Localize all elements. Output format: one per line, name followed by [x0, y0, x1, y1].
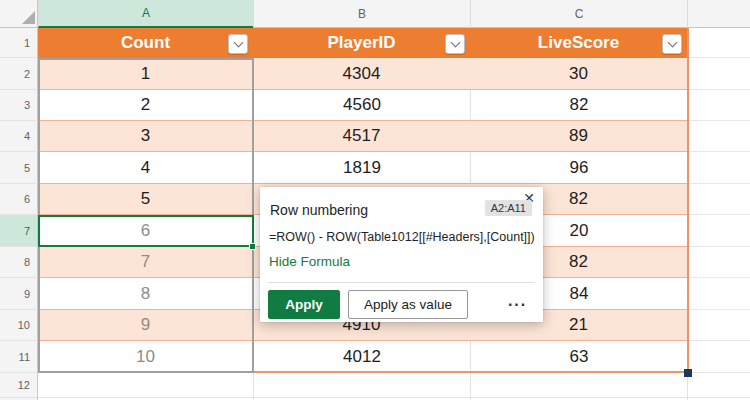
chevron-down-icon	[667, 38, 677, 48]
filter-button-livescore[interactable]	[662, 34, 682, 54]
cell-A6[interactable]: 5	[38, 184, 253, 215]
cell-D8[interactable]	[687, 247, 750, 278]
cell-A2[interactable]: 1	[38, 58, 253, 90]
popup-title: Row numbering	[270, 202, 368, 218]
row-header-10[interactable]: 10	[0, 310, 38, 341]
row-header-5[interactable]: 5	[0, 152, 38, 184]
column-header-b[interactable]: B	[253, 0, 470, 28]
spreadsheet-canvas: A B C 1 2 3 4 5 6 7 8 9 10 11 12 13 Coun…	[0, 0, 750, 400]
cell-D5[interactable]	[687, 152, 750, 184]
formula-text: =ROW() - ROW(Table1012[[#Headers],[Count…	[269, 230, 535, 244]
cell-D10[interactable]	[687, 310, 750, 341]
cell-B2[interactable]: 4304	[253, 58, 470, 90]
row-numbering-popup: ✕ Row numbering A2:A11 =ROW() - ROW(Tabl…	[260, 187, 543, 322]
table-header-livescore-label: LiveScore	[538, 33, 619, 53]
gridline	[687, 373, 688, 400]
cell-C5[interactable]: 96	[470, 152, 687, 184]
cell-A5[interactable]: 4	[38, 152, 253, 184]
table-header-count-label: Count	[121, 33, 170, 53]
gridline	[38, 397, 750, 398]
cell-C2[interactable]: 30	[470, 58, 687, 90]
hide-formula-link[interactable]: Hide Formula	[269, 254, 350, 269]
row-header-3[interactable]: 3	[0, 90, 38, 121]
row-header-1[interactable]: 1	[0, 28, 38, 58]
select-all-triangle-icon	[22, 11, 35, 24]
apply-as-value-button[interactable]: Apply as value	[348, 290, 468, 319]
select-all-corner[interactable]	[0, 0, 38, 28]
cell-C3[interactable]: 82	[470, 90, 687, 121]
table-header-playerid-label: PlayerID	[327, 33, 395, 53]
cell-B5[interactable]: 1819	[253, 152, 470, 184]
table-header-livescore[interactable]: LiveScore	[470, 28, 687, 58]
table-header-playerid[interactable]: PlayerID	[253, 28, 470, 58]
cell-D11[interactable]	[687, 341, 750, 373]
popup-divider	[268, 282, 535, 283]
table-header-count[interactable]: Count	[38, 28, 253, 58]
cell-A11[interactable]: 10	[38, 341, 253, 373]
cell-D1[interactable]	[687, 28, 750, 58]
cell-B3[interactable]: 4560	[253, 90, 470, 121]
cell-C11[interactable]: 63	[470, 341, 687, 373]
cell-D7[interactable]	[687, 215, 750, 247]
cell-D3[interactable]	[687, 90, 750, 121]
fill-handle[interactable]	[249, 243, 256, 250]
cell-A4[interactable]: 3	[38, 121, 253, 152]
row-header-12[interactable]: 12	[0, 373, 38, 398]
row-header-6[interactable]: 6	[0, 184, 38, 215]
cell-D6[interactable]	[687, 184, 750, 215]
column-header-c[interactable]: C	[470, 0, 687, 28]
row-header-9[interactable]: 9	[0, 278, 38, 310]
cell-B11[interactable]: 4012	[253, 341, 470, 373]
cell-D9[interactable]	[687, 278, 750, 310]
column-header-a[interactable]: A	[38, 0, 253, 28]
gridline	[470, 373, 471, 400]
table-resize-handle[interactable]	[684, 369, 692, 377]
cell-B4[interactable]: 4517	[253, 121, 470, 152]
filter-button-count[interactable]	[228, 34, 248, 54]
row-header-11[interactable]: 11	[0, 341, 38, 373]
row-header-2[interactable]: 2	[0, 58, 38, 90]
column-header-d-empty[interactable]	[687, 0, 750, 28]
gridline	[253, 373, 254, 400]
more-options-button[interactable]: ···	[508, 290, 527, 319]
chevron-down-icon	[233, 38, 243, 48]
cell-D4[interactable]	[687, 121, 750, 152]
range-badge: A2:A11	[485, 200, 532, 216]
cell-A9[interactable]: 8	[38, 278, 253, 310]
row-header-4[interactable]: 4	[0, 121, 38, 152]
filter-button-playerid[interactable]	[445, 34, 465, 54]
cell-A8[interactable]: 7	[38, 247, 253, 278]
chevron-down-icon	[450, 38, 460, 48]
cell-A10[interactable]: 9	[38, 310, 253, 341]
cell-A3[interactable]: 2	[38, 90, 253, 121]
cell-C4[interactable]: 89	[470, 121, 687, 152]
row-header-7[interactable]: 7	[0, 215, 38, 247]
apply-button[interactable]: Apply	[268, 290, 340, 319]
cell-D2[interactable]	[687, 58, 750, 90]
cell-A7-active[interactable]: 6	[38, 215, 253, 247]
row-header-8[interactable]: 8	[0, 247, 38, 278]
